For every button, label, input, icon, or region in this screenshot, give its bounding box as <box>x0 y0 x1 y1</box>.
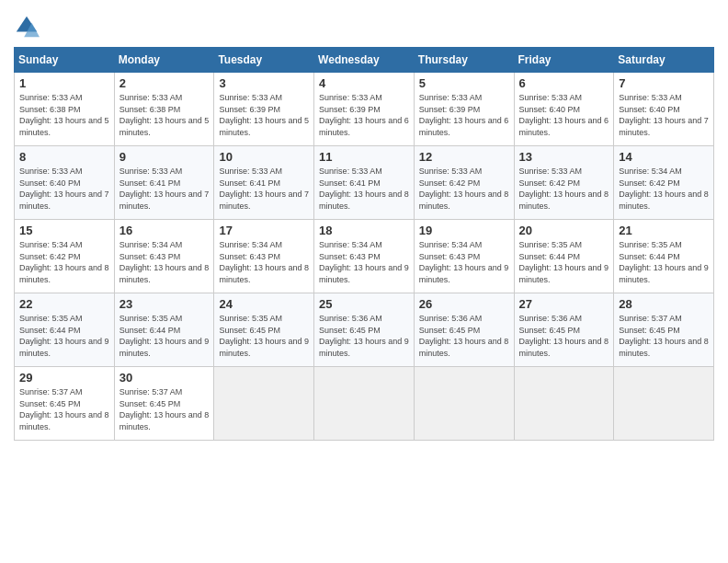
day-info: Sunrise: 5:33 AMSunset: 6:40 PMDaylight:… <box>519 92 609 138</box>
day-info: Sunrise: 5:36 AMSunset: 6:45 PMDaylight:… <box>419 313 509 359</box>
calendar-cell: 29Sunrise: 5:37 AMSunset: 6:45 PMDayligh… <box>15 367 115 441</box>
day-info: Sunrise: 5:35 AMSunset: 6:44 PMDaylight:… <box>19 313 109 359</box>
calendar-cell: 20Sunrise: 5:35 AMSunset: 6:44 PMDayligh… <box>514 220 614 293</box>
calendar-cell: 22Sunrise: 5:35 AMSunset: 6:44 PMDayligh… <box>15 293 115 367</box>
day-info: Sunrise: 5:35 AMSunset: 6:45 PMDaylight:… <box>219 313 309 359</box>
day-number: 4 <box>319 76 409 90</box>
day-info: Sunrise: 5:34 AMSunset: 6:43 PMDaylight:… <box>219 239 309 285</box>
day-info: Sunrise: 5:33 AMSunset: 6:42 PMDaylight:… <box>519 166 609 212</box>
calendar-cell <box>414 367 514 441</box>
day-number: 1 <box>19 76 109 90</box>
day-info: Sunrise: 5:37 AMSunset: 6:45 PMDaylight:… <box>119 386 210 432</box>
logo-icon <box>14 14 40 40</box>
day-info: Sunrise: 5:37 AMSunset: 6:45 PMDaylight:… <box>619 313 709 359</box>
calendar-cell: 30Sunrise: 5:37 AMSunset: 6:45 PMDayligh… <box>114 367 214 441</box>
header-row: SundayMondayTuesdayWednesdayThursdayFrid… <box>15 48 714 73</box>
header-day: Sunday <box>15 48 115 73</box>
calendar-cell: 18Sunrise: 5:34 AMSunset: 6:43 PMDayligh… <box>314 220 415 293</box>
day-number: 7 <box>619 76 709 90</box>
day-number: 23 <box>119 297 210 311</box>
day-info: Sunrise: 5:37 AMSunset: 6:45 PMDaylight:… <box>19 386 109 432</box>
calendar-week: 8Sunrise: 5:33 AMSunset: 6:40 PMDaylight… <box>15 146 714 220</box>
day-info: Sunrise: 5:33 AMSunset: 6:40 PMDaylight:… <box>619 92 709 138</box>
calendar-cell <box>214 367 314 441</box>
calendar-cell: 1Sunrise: 5:33 AMSunset: 6:38 PMDaylight… <box>15 73 115 146</box>
header-day: Monday <box>114 48 214 73</box>
calendar-cell <box>614 367 714 441</box>
calendar-cell: 16Sunrise: 5:34 AMSunset: 6:43 PMDayligh… <box>114 220 214 293</box>
day-number: 17 <box>219 224 309 237</box>
day-number: 5 <box>419 76 509 90</box>
calendar-cell: 25Sunrise: 5:36 AMSunset: 6:45 PMDayligh… <box>314 293 415 367</box>
calendar-cell: 3Sunrise: 5:33 AMSunset: 6:39 PMDaylight… <box>214 73 314 146</box>
day-info: Sunrise: 5:33 AMSunset: 6:39 PMDaylight:… <box>219 92 309 138</box>
header-day: Friday <box>514 48 614 73</box>
day-info: Sunrise: 5:33 AMSunset: 6:41 PMDaylight:… <box>319 166 409 212</box>
day-number: 21 <box>619 224 709 237</box>
day-number: 15 <box>19 224 109 237</box>
calendar-header: SundayMondayTuesdayWednesdayThursdayFrid… <box>15 48 714 73</box>
day-info: Sunrise: 5:34 AMSunset: 6:43 PMDaylight:… <box>319 239 409 285</box>
logo <box>14 14 41 40</box>
day-number: 9 <box>119 150 210 164</box>
calendar-cell: 4Sunrise: 5:33 AMSunset: 6:39 PMDaylight… <box>314 73 415 146</box>
calendar-cell: 15Sunrise: 5:34 AMSunset: 6:42 PMDayligh… <box>15 220 115 293</box>
day-info: Sunrise: 5:33 AMSunset: 6:38 PMDaylight:… <box>119 92 210 138</box>
calendar-cell: 19Sunrise: 5:34 AMSunset: 6:43 PMDayligh… <box>414 220 514 293</box>
day-number: 11 <box>319 150 409 164</box>
day-number: 26 <box>419 297 509 311</box>
day-info: Sunrise: 5:33 AMSunset: 6:39 PMDaylight:… <box>319 92 409 138</box>
calendar-week: 1Sunrise: 5:33 AMSunset: 6:38 PMDaylight… <box>15 73 714 146</box>
day-info: Sunrise: 5:36 AMSunset: 6:45 PMDaylight:… <box>519 313 609 359</box>
calendar-cell: 14Sunrise: 5:34 AMSunset: 6:42 PMDayligh… <box>614 146 714 220</box>
calendar-cell <box>314 367 415 441</box>
calendar-table: SundayMondayTuesdayWednesdayThursdayFrid… <box>14 47 714 441</box>
calendar-cell: 9Sunrise: 5:33 AMSunset: 6:41 PMDaylight… <box>114 146 214 220</box>
calendar-cell: 27Sunrise: 5:36 AMSunset: 6:45 PMDayligh… <box>514 293 614 367</box>
day-info: Sunrise: 5:33 AMSunset: 6:42 PMDaylight:… <box>419 166 509 212</box>
calendar-cell: 23Sunrise: 5:35 AMSunset: 6:44 PMDayligh… <box>114 293 214 367</box>
day-info: Sunrise: 5:34 AMSunset: 6:42 PMDaylight:… <box>619 166 709 212</box>
header-day: Thursday <box>414 48 514 73</box>
day-number: 12 <box>419 150 509 164</box>
day-number: 22 <box>19 297 109 311</box>
day-info: Sunrise: 5:34 AMSunset: 6:43 PMDaylight:… <box>419 239 509 285</box>
day-number: 24 <box>219 297 309 311</box>
calendar-week: 22Sunrise: 5:35 AMSunset: 6:44 PMDayligh… <box>15 293 714 367</box>
calendar-cell: 5Sunrise: 5:33 AMSunset: 6:39 PMDaylight… <box>414 73 514 146</box>
calendar-cell: 6Sunrise: 5:33 AMSunset: 6:40 PMDaylight… <box>514 73 614 146</box>
calendar-cell: 10Sunrise: 5:33 AMSunset: 6:41 PMDayligh… <box>214 146 314 220</box>
day-info: Sunrise: 5:36 AMSunset: 6:45 PMDaylight:… <box>319 313 409 359</box>
day-number: 6 <box>519 76 609 90</box>
day-number: 25 <box>319 297 409 311</box>
day-info: Sunrise: 5:33 AMSunset: 6:40 PMDaylight:… <box>19 166 109 212</box>
header-day: Wednesday <box>314 48 415 73</box>
day-info: Sunrise: 5:33 AMSunset: 6:39 PMDaylight:… <box>419 92 509 138</box>
day-number: 10 <box>219 150 309 164</box>
calendar-cell: 24Sunrise: 5:35 AMSunset: 6:45 PMDayligh… <box>214 293 314 367</box>
calendar-week: 15Sunrise: 5:34 AMSunset: 6:42 PMDayligh… <box>15 220 714 293</box>
day-info: Sunrise: 5:35 AMSunset: 6:44 PMDaylight:… <box>119 313 210 359</box>
calendar-cell: 11Sunrise: 5:33 AMSunset: 6:41 PMDayligh… <box>314 146 415 220</box>
calendar-week: 29Sunrise: 5:37 AMSunset: 6:45 PMDayligh… <box>15 367 714 441</box>
calendar-body: 1Sunrise: 5:33 AMSunset: 6:38 PMDaylight… <box>15 73 714 441</box>
calendar-cell: 8Sunrise: 5:33 AMSunset: 6:40 PMDaylight… <box>15 146 115 220</box>
day-number: 3 <box>219 76 309 90</box>
day-info: Sunrise: 5:34 AMSunset: 6:43 PMDaylight:… <box>119 239 210 285</box>
header <box>14 14 714 40</box>
calendar-cell: 26Sunrise: 5:36 AMSunset: 6:45 PMDayligh… <box>414 293 514 367</box>
day-info: Sunrise: 5:33 AMSunset: 6:38 PMDaylight:… <box>19 92 109 138</box>
day-info: Sunrise: 5:33 AMSunset: 6:41 PMDaylight:… <box>119 166 210 212</box>
calendar-cell: 28Sunrise: 5:37 AMSunset: 6:45 PMDayligh… <box>614 293 714 367</box>
day-number: 27 <box>519 297 609 311</box>
day-info: Sunrise: 5:33 AMSunset: 6:41 PMDaylight:… <box>219 166 309 212</box>
day-info: Sunrise: 5:35 AMSunset: 6:44 PMDaylight:… <box>519 239 609 285</box>
calendar-cell: 17Sunrise: 5:34 AMSunset: 6:43 PMDayligh… <box>214 220 314 293</box>
header-day: Tuesday <box>214 48 314 73</box>
calendar-cell <box>514 367 614 441</box>
day-number: 28 <box>619 297 709 311</box>
day-info: Sunrise: 5:34 AMSunset: 6:42 PMDaylight:… <box>19 239 109 285</box>
calendar-cell: 13Sunrise: 5:33 AMSunset: 6:42 PMDayligh… <box>514 146 614 220</box>
day-number: 16 <box>119 224 210 237</box>
calendar-cell: 7Sunrise: 5:33 AMSunset: 6:40 PMDaylight… <box>614 73 714 146</box>
